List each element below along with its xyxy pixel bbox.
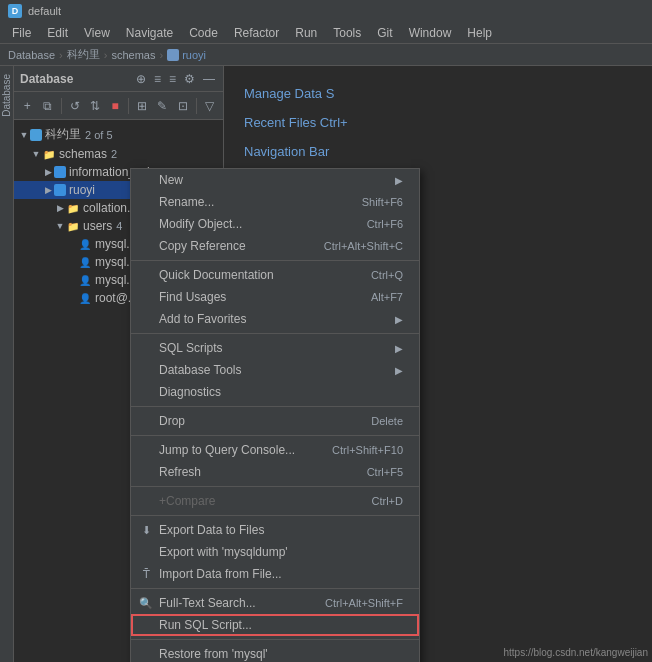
ctx-db-tools-label: Database Tools	[159, 363, 242, 377]
expand-arrow: ▼	[54, 220, 66, 232]
menu-git[interactable]: Git	[369, 24, 400, 42]
stop-button[interactable]: ■	[106, 96, 124, 116]
menu-run[interactable]: Run	[287, 24, 325, 42]
ctx-run-sql[interactable]: Run SQL Script...	[131, 614, 419, 636]
console-button[interactable]: ⊡	[174, 96, 192, 116]
tree-label: collation...	[83, 201, 137, 215]
ctx-export-data[interactable]: ⬇ Export Data to Files	[131, 519, 419, 541]
ctx-rename[interactable]: Rename... Shift+F6	[131, 191, 419, 213]
ctx-drop-shortcut: Delete	[371, 415, 403, 427]
ctx-export-data-label: Export Data to Files	[159, 523, 264, 537]
copy-button[interactable]: ⧉	[38, 96, 56, 116]
menu-edit[interactable]: Edit	[39, 24, 76, 42]
folder-icon: 📁	[66, 219, 80, 233]
breadcrumb-ruoyi[interactable]: ruoyi	[182, 49, 206, 61]
ctx-find-usages-shortcut: Alt+F7	[371, 291, 403, 303]
tree-label: users	[83, 219, 112, 233]
ctx-modify-label: Modify Object...	[159, 217, 242, 231]
menu-refactor[interactable]: Refactor	[226, 24, 287, 42]
title-bar: D default	[0, 0, 652, 22]
right-text-1: Manage Data S	[244, 86, 632, 101]
ctx-sql-scripts[interactable]: SQL Scripts ▶	[131, 337, 419, 359]
schema-icon	[54, 184, 66, 196]
ctx-jump-query[interactable]: Jump to Query Console... Ctrl+Shift+F10	[131, 439, 419, 461]
right-text-3: Navigation Bar	[244, 144, 632, 159]
ctx-add-fav[interactable]: Add to Favorites ▶	[131, 308, 419, 330]
ctx-sep-3	[131, 406, 419, 407]
ctx-diagnostics[interactable]: Diagnostics	[131, 381, 419, 403]
ctx-export-mysqldump-label: Export with 'mysqldump'	[159, 545, 288, 559]
breadcrumb-schema-root[interactable]: 科约里	[67, 47, 100, 62]
side-tab-database[interactable]: Database	[1, 74, 12, 117]
tree-label: 科约里	[45, 126, 81, 143]
ctx-sql-scripts-label: SQL Scripts	[159, 341, 223, 355]
sort-icon[interactable]: ≡	[167, 71, 178, 87]
ctx-restore[interactable]: Restore from 'mysql'	[131, 643, 419, 662]
ctx-drop-label: Drop	[159, 414, 185, 428]
ctx-import-data[interactable]: T̄ Import Data from File...	[131, 563, 419, 585]
ctx-refresh[interactable]: Refresh Ctrl+F5	[131, 461, 419, 483]
ctx-sep-4	[131, 435, 419, 436]
gear-icon[interactable]: ⚙	[182, 71, 197, 87]
breadcrumb-schemas[interactable]: schemas	[111, 49, 155, 61]
side-tab: Database	[0, 66, 14, 662]
tree-item-kauyuli[interactable]: ▼ 科约里 2 of 5	[14, 124, 223, 145]
db-panel-icons: ⊕ ≡ ≡ ⚙ —	[134, 71, 217, 87]
filter-button[interactable]: ▽	[201, 96, 219, 116]
toolbar-sep-1	[61, 98, 62, 114]
ctx-copy-ref[interactable]: Copy Reference Ctrl+Alt+Shift+C	[131, 235, 419, 257]
menu-navigate[interactable]: Navigate	[118, 24, 181, 42]
tree-item-schemas[interactable]: ▼ 📁 schemas 2	[14, 145, 223, 163]
minimize-icon[interactable]: —	[201, 71, 217, 87]
menu-file[interactable]: File	[4, 24, 39, 42]
toolbar-sep-2	[128, 98, 129, 114]
schema-icon	[54, 166, 66, 178]
ctx-compare: +Compare Ctrl+D	[131, 490, 419, 512]
ctx-restore-label: Restore from 'mysql'	[159, 647, 268, 661]
ctx-run-sql-label: Run SQL Script...	[159, 618, 252, 632]
ctx-quick-doc[interactable]: Quick Documentation Ctrl+Q	[131, 264, 419, 286]
user-icon: 👤	[78, 291, 92, 305]
ctx-find-usages[interactable]: Find Usages Alt+F7	[131, 286, 419, 308]
ctx-rename-label: Rename...	[159, 195, 214, 209]
menu-help[interactable]: Help	[459, 24, 500, 42]
ctx-new[interactable]: New ▶	[131, 169, 419, 191]
menu-view[interactable]: View	[76, 24, 118, 42]
sync-button[interactable]: ⇅	[86, 96, 104, 116]
menu-bar: File Edit View Navigate Code Refactor Ru…	[0, 22, 652, 44]
ctx-db-tools[interactable]: Database Tools ▶	[131, 359, 419, 381]
title-text: default	[28, 5, 61, 17]
ctx-jump-query-shortcut: Ctrl+Shift+F10	[332, 444, 403, 456]
globe-icon[interactable]: ⊕	[134, 71, 148, 87]
ctx-compare-shortcut: Ctrl+D	[372, 495, 403, 507]
search-icon: 🔍	[139, 596, 153, 610]
import-icon: T̄	[139, 567, 153, 581]
ctx-export-mysqldump[interactable]: Export with 'mysqldump'	[131, 541, 419, 563]
ctx-sql-scripts-arrow: ▶	[395, 343, 403, 354]
watermark: https://blog.csdn.net/kangweijian	[503, 647, 648, 658]
ctx-full-text[interactable]: 🔍 Full-Text Search... Ctrl+Alt+Shift+F	[131, 592, 419, 614]
breadcrumb-database[interactable]: Database	[8, 49, 55, 61]
ctx-find-usages-label: Find Usages	[159, 290, 226, 304]
expand-arrow: ▼	[18, 129, 30, 141]
ctx-full-text-shortcut: Ctrl+Alt+Shift+F	[325, 597, 403, 609]
edit-button[interactable]: ✎	[153, 96, 171, 116]
list-icon[interactable]: ≡	[152, 71, 163, 87]
ctx-jump-query-label: Jump to Query Console...	[159, 443, 295, 457]
menu-code[interactable]: Code	[181, 24, 226, 42]
expand-arrow: ▼	[30, 148, 42, 160]
breadcrumb: Database › 科约里 › schemas › ruoyi	[0, 44, 652, 66]
ctx-modify[interactable]: Modify Object... Ctrl+F6	[131, 213, 419, 235]
add-button[interactable]: +	[18, 96, 36, 116]
tree-label: ruoyi	[69, 183, 95, 197]
ctx-rename-shortcut: Shift+F6	[362, 196, 403, 208]
ctx-drop[interactable]: Drop Delete	[131, 410, 419, 432]
ctx-sep-5	[131, 486, 419, 487]
tree-count: 2	[111, 148, 117, 160]
refresh-button[interactable]: ↺	[65, 96, 83, 116]
menu-window[interactable]: Window	[401, 24, 460, 42]
menu-tools[interactable]: Tools	[325, 24, 369, 42]
grid-button[interactable]: ⊞	[133, 96, 151, 116]
ctx-refresh-shortcut: Ctrl+F5	[367, 466, 403, 478]
context-menu: New ▶ Rename... Shift+F6 Modify Object..…	[130, 168, 420, 662]
